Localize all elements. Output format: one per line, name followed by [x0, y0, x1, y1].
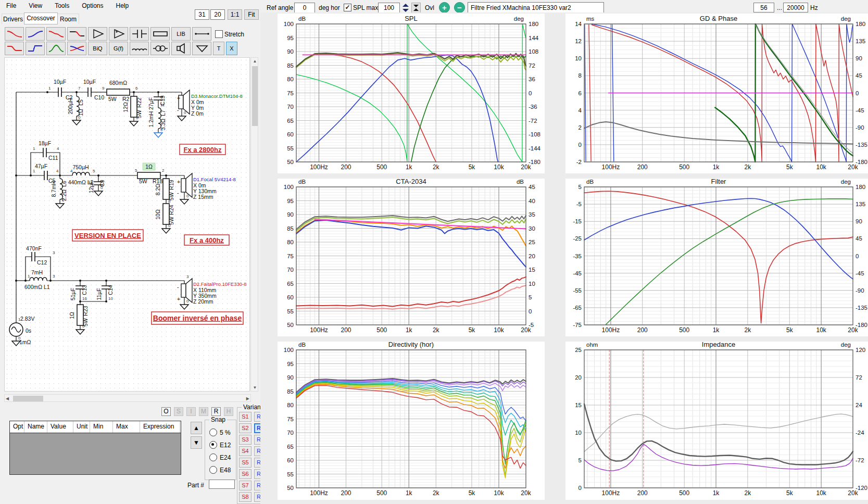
svg-text:0: 0 — [578, 485, 582, 491]
svg-text:-108: -108 — [529, 131, 540, 137]
svg-text:2k: 2k — [433, 489, 440, 497]
svg-text:180: 180 — [856, 184, 865, 190]
svg-text:80: 80 — [287, 402, 294, 408]
svg-text:75: 75 — [287, 253, 294, 259]
svg-text:90: 90 — [287, 374, 294, 381]
svg-text:200: 200 — [341, 489, 351, 497]
svg-text:2: 2 — [578, 124, 582, 131]
svg-text:Directivity (hor): Directivity (hor) — [388, 341, 434, 348]
svg-text:85: 85 — [287, 225, 294, 232]
svg-text:SPL: SPL — [405, 15, 418, 22]
svg-text:-45: -45 — [856, 270, 864, 276]
svg-text:35: 35 — [529, 211, 535, 218]
svg-text:108: 108 — [529, 48, 538, 55]
svg-text:24: 24 — [856, 402, 862, 408]
svg-text:-45: -45 — [856, 107, 864, 114]
svg-text:12: 12 — [575, 38, 582, 44]
svg-text:-65: -65 — [573, 305, 582, 311]
svg-text:5k: 5k — [786, 326, 794, 334]
svg-text:200: 200 — [637, 326, 648, 334]
svg-text:0: 0 — [529, 308, 532, 314]
svg-text:deg: deg — [841, 179, 851, 185]
gd-chart: GD & Phasemsdeg14121086420-218013590450-… — [575, 15, 867, 171]
svg-text:55: 55 — [287, 145, 294, 152]
svg-text:2k: 2k — [745, 163, 752, 171]
svg-text:20k: 20k — [848, 489, 858, 497]
svg-text:1k: 1k — [713, 326, 720, 334]
svg-text:75: 75 — [287, 90, 294, 96]
svg-text:Filter: Filter — [711, 178, 727, 185]
svg-text:100Hz: 100Hz — [310, 326, 328, 334]
svg-text:40: 40 — [529, 198, 535, 204]
svg-text:72: 72 — [856, 374, 862, 381]
svg-text:0: 0 — [856, 253, 859, 259]
svg-text:10k: 10k — [816, 489, 826, 497]
svg-text:95: 95 — [287, 35, 294, 41]
svg-text:144: 144 — [529, 35, 539, 41]
svg-text:-90: -90 — [856, 287, 864, 294]
svg-text:80: 80 — [287, 76, 294, 82]
svg-text:10: 10 — [529, 281, 535, 287]
svg-text:70: 70 — [287, 430, 294, 436]
svg-text:ohm: ohm — [586, 342, 598, 348]
svg-text:90: 90 — [856, 55, 862, 61]
svg-text:200: 200 — [637, 163, 648, 171]
svg-text:30: 30 — [529, 225, 535, 232]
svg-text:60: 60 — [287, 294, 294, 300]
svg-text:-36: -36 — [529, 104, 537, 110]
svg-text:-24: -24 — [856, 430, 864, 436]
svg-text:ms: ms — [586, 16, 595, 22]
svg-text:500: 500 — [679, 163, 689, 171]
svg-text:5k: 5k — [469, 163, 476, 171]
svg-text:500: 500 — [376, 326, 387, 334]
svg-text:0: 0 — [529, 90, 532, 96]
svg-text:0: 0 — [856, 90, 859, 96]
cta-chart: CTA-2034dBdB1009590858075706560555045403… — [284, 178, 535, 334]
spl-chart: SPLdBdeg10095908580757065605550180144108… — [284, 15, 541, 171]
svg-text:dB: dB — [517, 179, 524, 185]
svg-text:2k: 2k — [745, 489, 752, 497]
svg-text:100Hz: 100Hz — [310, 163, 328, 171]
svg-text:1k: 1k — [406, 489, 413, 497]
svg-text:-144: -144 — [529, 145, 541, 152]
svg-text:-15: -15 — [573, 218, 582, 224]
svg-text:50: 50 — [287, 159, 294, 165]
svg-text:-5: -5 — [576, 201, 582, 207]
svg-text:5k: 5k — [786, 489, 794, 497]
svg-text:15: 15 — [529, 267, 535, 273]
svg-text:14: 14 — [575, 21, 582, 27]
svg-text:90: 90 — [287, 48, 294, 55]
svg-text:75: 75 — [287, 416, 294, 422]
svg-text:5: 5 — [578, 457, 582, 463]
svg-text:Impedance: Impedance — [702, 341, 735, 348]
svg-text:120: 120 — [856, 347, 865, 353]
imp-chart: Impedanceohmdeg25201510501207224-24-72-1… — [575, 341, 867, 497]
svg-text:25: 25 — [529, 239, 535, 245]
svg-text:90: 90 — [856, 218, 862, 224]
svg-text:10k: 10k — [816, 163, 826, 171]
svg-text:50: 50 — [287, 485, 294, 491]
svg-text:-135: -135 — [856, 305, 867, 311]
svg-text:8: 8 — [578, 72, 582, 79]
svg-text:60: 60 — [287, 131, 294, 137]
svg-text:180: 180 — [529, 21, 538, 27]
svg-text:10: 10 — [575, 55, 582, 61]
svg-text:70: 70 — [287, 104, 294, 110]
svg-text:20: 20 — [529, 253, 535, 259]
svg-text:dB: dB — [298, 179, 306, 185]
svg-text:25: 25 — [575, 347, 582, 353]
svg-text:CTA-2034: CTA-2034 — [396, 178, 426, 185]
svg-text:-90: -90 — [856, 124, 864, 131]
svg-text:500: 500 — [679, 489, 689, 497]
tab-crossover[interactable]: Crossover — [24, 12, 58, 24]
svg-text:200: 200 — [637, 489, 648, 497]
svg-text:1k: 1k — [406, 163, 413, 171]
svg-text:dB: dB — [298, 16, 306, 22]
svg-text:2k: 2k — [433, 326, 440, 334]
svg-text:5: 5 — [578, 184, 582, 190]
svg-text:55: 55 — [287, 471, 294, 477]
svg-text:100Hz: 100Hz — [602, 326, 620, 334]
svg-text:95: 95 — [287, 198, 294, 204]
svg-text:GD & Phase: GD & Phase — [700, 15, 737, 22]
svg-text:60: 60 — [287, 457, 294, 463]
